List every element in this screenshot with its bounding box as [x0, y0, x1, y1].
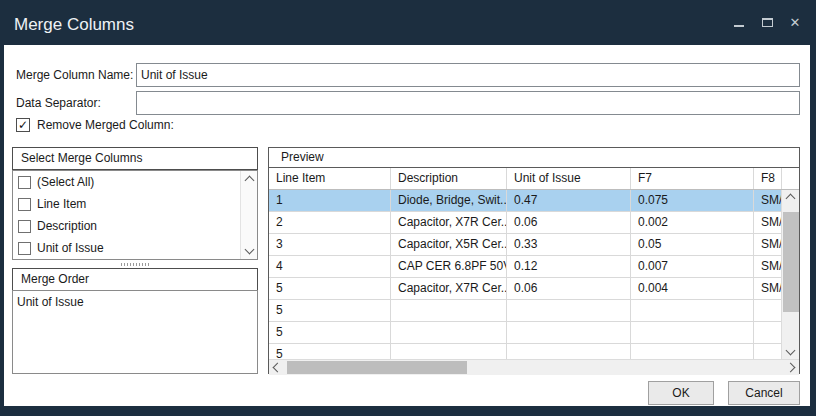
- preview-panel: Preview Line Item Description Unit of Is…: [268, 147, 800, 374]
- cell: [631, 322, 754, 343]
- cell: SM/S: [754, 190, 781, 211]
- column-header-unit-of-issue[interactable]: Unit of Issue: [507, 168, 631, 189]
- cell: 3: [269, 234, 391, 255]
- cell: [391, 344, 507, 359]
- grid-rows: 1 Diode, Bridge, Swit... 0.47 0.075 SM/S…: [269, 190, 781, 359]
- table-row[interactable]: 5: [269, 300, 781, 322]
- column-header-f7[interactable]: F7: [631, 168, 754, 189]
- merge-column-option-select-all[interactable]: (Select All): [13, 171, 257, 193]
- cell: Diode, Bridge, Swit...: [391, 190, 507, 211]
- grid-vertical-scrollbar[interactable]: [781, 190, 799, 359]
- checkbox-icon[interactable]: [18, 220, 31, 233]
- vertical-scroll-thumb[interactable]: [783, 212, 799, 312]
- checkbox-icon[interactable]: [18, 176, 31, 189]
- merge-column-option-unit-of-issue[interactable]: Unit of Issue: [13, 237, 257, 259]
- cell: [507, 322, 631, 343]
- scroll-right-icon[interactable]: [786, 363, 796, 373]
- merge-order-list: Unit of Issue: [12, 290, 258, 374]
- preview-title: Preview: [269, 148, 799, 168]
- cell: SM/C: [754, 212, 781, 233]
- merge-order-item[interactable]: Unit of Issue: [13, 291, 257, 309]
- merge-column-option-description[interactable]: Description: [13, 215, 257, 237]
- remove-merged-column-checkbox-row[interactable]: ✓ Remove Merged Column:: [16, 117, 174, 133]
- scroll-left-icon[interactable]: [273, 363, 283, 373]
- scroll-up-icon[interactable]: [245, 176, 255, 186]
- column-header-line-item[interactable]: Line Item: [269, 168, 391, 189]
- cell: [754, 344, 781, 359]
- minimize-button[interactable]: [732, 16, 746, 30]
- maximize-icon: [762, 18, 773, 27]
- header-scrollbar-spacer: [781, 168, 799, 189]
- select-merge-columns-list: (Select All) Line Item Description Unit …: [12, 170, 258, 260]
- cell: [391, 300, 507, 321]
- table-row[interactable]: 4 CAP CER 6.8PF 50V... 0.12 0.007 SM/C: [269, 256, 781, 278]
- cell: 0.33: [507, 234, 631, 255]
- cell: SM/C: [754, 256, 781, 277]
- checkbox-icon[interactable]: [18, 198, 31, 211]
- cell: 0.12: [507, 256, 631, 277]
- cell: 2: [269, 212, 391, 233]
- cell: 0.075: [631, 190, 754, 211]
- scroll-down-icon[interactable]: [245, 245, 255, 255]
- checkbox-icon[interactable]: [18, 242, 31, 255]
- cell: 4: [269, 256, 391, 277]
- panel-splitter[interactable]: [12, 261, 258, 267]
- cell: CAP CER 6.8PF 50V...: [391, 256, 507, 277]
- cell: 0.007: [631, 256, 754, 277]
- dialog-body: Merge Column Name: Data Separator: ✓ Rem…: [4, 45, 810, 406]
- merge-column-option-line-item[interactable]: Line Item: [13, 193, 257, 215]
- column-header-description[interactable]: Description: [391, 168, 507, 189]
- cell: 0.05: [631, 234, 754, 255]
- cell: 5: [269, 322, 391, 343]
- cell: [754, 322, 781, 343]
- cell: [631, 300, 754, 321]
- cell: 0.004: [631, 278, 754, 299]
- close-icon: ✕: [790, 16, 801, 30]
- cell: 1: [269, 190, 391, 211]
- column-header-f8[interactable]: F8: [754, 168, 781, 189]
- ok-button[interactable]: OK: [648, 381, 714, 405]
- option-label: (Select All): [37, 175, 94, 189]
- window-controls: ✕: [732, 0, 802, 45]
- cell: [391, 322, 507, 343]
- grid-header-row: Line Item Description Unit of Issue F7 F…: [269, 168, 799, 190]
- merge-column-option-partial[interactable]: [13, 259, 257, 260]
- table-row[interactable]: 2 Capacitor, X7R Cer... 0.06 0.002 SM/C: [269, 212, 781, 234]
- cell: [507, 344, 631, 359]
- grid-horizontal-scrollbar[interactable]: [269, 359, 799, 375]
- cell: [507, 300, 631, 321]
- cell: 0.06: [507, 212, 631, 233]
- cell: 0.06: [507, 278, 631, 299]
- table-row[interactable]: 3 Capacitor, X5R Cer... 0.33 0.05 SM/C: [269, 234, 781, 256]
- table-row[interactable]: 1 Diode, Bridge, Swit... 0.47 0.075 SM/S: [269, 190, 781, 212]
- cell: 0.002: [631, 212, 754, 233]
- cell: Capacitor, X7R Cer...: [391, 212, 507, 233]
- checkbox-checked-icon[interactable]: ✓: [16, 118, 30, 132]
- cell: [631, 344, 754, 359]
- maximize-button[interactable]: [760, 16, 774, 30]
- cell: 5: [269, 344, 391, 359]
- data-separator-input[interactable]: [136, 91, 800, 115]
- list-vertical-scrollbar[interactable]: [240, 171, 257, 259]
- table-row[interactable]: 5: [269, 322, 781, 344]
- merge-column-name-input[interactable]: [136, 63, 800, 87]
- window-title: Merge Columns: [14, 15, 134, 35]
- scroll-up-icon[interactable]: [786, 194, 796, 204]
- cancel-button[interactable]: Cancel: [728, 381, 800, 405]
- option-label: Line Item: [37, 197, 86, 211]
- cell: 0.47: [507, 190, 631, 211]
- cell: SM/C: [754, 234, 781, 255]
- close-button[interactable]: ✕: [788, 16, 802, 30]
- splitter-grip-icon: [121, 263, 149, 266]
- table-row[interactable]: 5 Capacitor, X7R Cer... 0.06 0.004 SM/C: [269, 278, 781, 300]
- titlebar: Merge Columns ✕: [0, 0, 816, 45]
- table-row[interactable]: 5: [269, 344, 781, 359]
- merge-order-header: Merge Order: [12, 268, 258, 291]
- minimize-icon: [734, 25, 744, 27]
- remove-merged-column-label: Remove Merged Column:: [37, 118, 174, 132]
- option-label: Description: [37, 219, 97, 233]
- merge-column-name-label: Merge Column Name:: [16, 63, 133, 87]
- option-label: Unit of Issue: [37, 241, 104, 255]
- scroll-down-icon[interactable]: [786, 346, 796, 356]
- horizontal-scroll-thumb[interactable]: [287, 361, 467, 374]
